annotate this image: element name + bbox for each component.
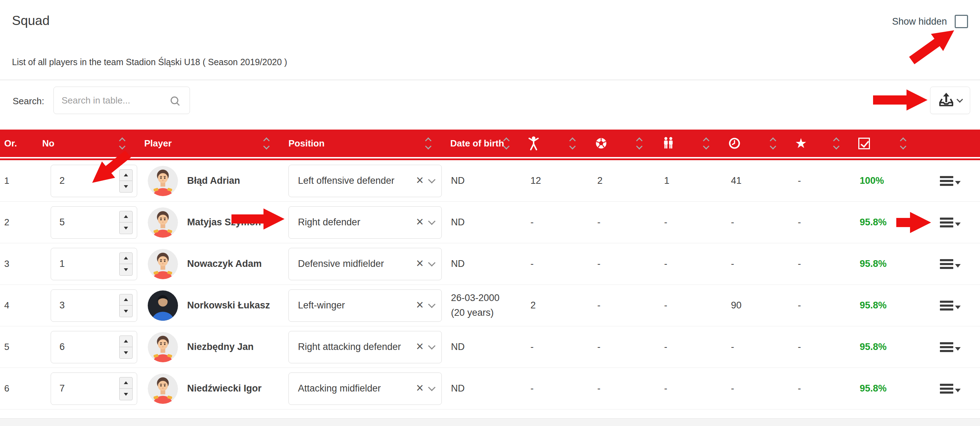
substitutions-value: - <box>658 341 725 353</box>
player-cartoon-avatar <box>148 207 178 238</box>
row-actions-menu-button[interactable] <box>940 342 961 352</box>
goals-value: - <box>591 300 658 311</box>
column-header-number[interactable]: No <box>39 129 141 157</box>
chevron-down-icon[interactable] <box>428 217 436 225</box>
clear-icon[interactable]: × <box>416 298 423 311</box>
chevron-down-icon[interactable] <box>428 383 436 391</box>
row-actions-menu-button[interactable] <box>940 218 961 227</box>
position-select[interactable]: Left offensive defender × <box>288 165 442 197</box>
number-stepper[interactable] <box>119 211 133 234</box>
stepper-up-button[interactable] <box>119 336 132 347</box>
table-row: 4 3 Norkowski Łukasz Left-winger × 26-03… <box>0 285 980 326</box>
triangle-down-icon <box>124 393 128 396</box>
goals-value: - <box>591 383 658 394</box>
stepper-down-button[interactable] <box>119 222 132 234</box>
column-header-substitutions[interactable] <box>658 129 725 157</box>
column-header-attendance[interactable] <box>855 129 922 157</box>
player-name: Niedźwiecki Igor <box>187 383 262 394</box>
row-actions-menu-button[interactable] <box>940 176 961 186</box>
chevron-down-icon[interactable] <box>428 300 436 308</box>
clear-icon[interactable]: × <box>416 257 423 270</box>
shirt-number-input[interactable]: 3 <box>51 289 137 322</box>
shirt-number-input[interactable]: 5 <box>51 206 137 239</box>
export-button[interactable] <box>930 86 970 114</box>
hamburger-menu-icon <box>940 218 953 227</box>
stepper-down-button[interactable] <box>119 347 132 358</box>
number-stepper[interactable] <box>119 335 133 359</box>
player-cartoon-avatar <box>148 373 178 404</box>
row-actions-menu-button[interactable] <box>940 301 961 311</box>
clear-icon[interactable]: × <box>416 174 423 187</box>
position-select-value: Left-winger <box>298 300 410 311</box>
row-actions-menu-button[interactable] <box>940 259 961 269</box>
clear-icon[interactable]: × <box>416 381 423 394</box>
position-select-value: Right attacking defender <box>298 341 410 353</box>
stepper-down-button[interactable] <box>119 180 132 192</box>
clear-icon[interactable]: × <box>416 340 423 353</box>
stepper-down-button[interactable] <box>119 264 132 275</box>
table-row: 1 2 Błąd Adrian Left offensive defender … <box>0 160 980 202</box>
position-select[interactable]: Left-winger × <box>288 289 442 322</box>
show-hidden-control: Show hidden <box>892 15 968 28</box>
column-header-appearances[interactable] <box>524 129 591 157</box>
position-select[interactable]: Right defender × <box>288 206 442 239</box>
squad-page: Squad List of all players in the team St… <box>0 0 980 426</box>
rating-value: - <box>791 383 855 394</box>
substitutions-value: - <box>658 258 725 269</box>
attendance-percent-value: 95.8% <box>855 383 922 394</box>
number-stepper[interactable] <box>119 294 133 317</box>
column-header-actions <box>922 129 980 157</box>
player-photo-avatar <box>148 290 178 321</box>
player-name: Błąd Adrian <box>187 176 240 186</box>
player-name: Nowaczyk Adam <box>187 258 262 269</box>
stepper-up-button[interactable] <box>119 253 132 264</box>
minutes-value: - <box>725 217 791 228</box>
table-header: Or. No Player Position Date of birth <box>0 129 980 157</box>
hamburger-menu-icon <box>940 176 953 186</box>
appearances-value: - <box>524 383 591 394</box>
row-actions-menu-button[interactable] <box>940 384 961 394</box>
shirt-number-input[interactable]: 7 <box>51 372 137 405</box>
table-body: 1 2 Błąd Adrian Left offensive defender … <box>0 160 980 410</box>
sort-icon <box>426 138 431 148</box>
table-row: 5 6 Niezbędny Jan Right attacking defend… <box>0 326 980 368</box>
shirt-number-input[interactable]: 1 <box>51 248 137 280</box>
triangle-down-icon <box>124 185 128 188</box>
stepper-down-button[interactable] <box>119 305 132 317</box>
player-cartoon-avatar <box>148 249 178 279</box>
column-header-rating[interactable]: ★ <box>791 129 855 157</box>
number-stepper[interactable] <box>119 252 133 276</box>
position-select[interactable]: Right attacking defender × <box>288 331 442 363</box>
column-header-position[interactable]: Position <box>285 129 447 157</box>
column-header-player[interactable]: Player <box>141 129 285 157</box>
search-input[interactable] <box>62 95 170 106</box>
shirt-number-value: 3 <box>59 300 65 311</box>
stepper-up-button[interactable] <box>119 211 132 222</box>
column-header-minutes[interactable] <box>725 129 791 157</box>
sort-icon <box>901 138 905 148</box>
number-stepper[interactable] <box>119 377 133 400</box>
stepper-up-button[interactable] <box>119 170 132 181</box>
caret-down-icon <box>955 347 961 351</box>
chevron-down-icon[interactable] <box>428 259 436 266</box>
goals-soccer-ball-icon <box>595 137 608 150</box>
shirt-number-input[interactable]: 2 <box>51 165 137 197</box>
triangle-up-icon <box>124 381 128 384</box>
caret-down-icon <box>955 264 961 268</box>
column-header-date-of-birth[interactable]: Date of birth <box>447 129 524 157</box>
column-header-goals[interactable] <box>591 129 658 157</box>
clear-icon[interactable]: × <box>416 215 423 228</box>
shirt-number-input[interactable]: 6 <box>51 331 137 363</box>
table-header-rule <box>0 157 980 160</box>
chevron-down-icon[interactable] <box>428 342 436 349</box>
show-hidden-checkbox[interactable] <box>955 15 968 28</box>
stepper-up-button[interactable] <box>119 377 132 389</box>
number-stepper[interactable] <box>119 169 133 193</box>
stepper-down-button[interactable] <box>119 388 132 400</box>
stepper-up-button[interactable] <box>119 294 132 306</box>
chevron-down-icon[interactable] <box>428 176 436 183</box>
caret-down-icon <box>955 389 961 392</box>
position-select[interactable]: Attacking midfielder × <box>288 372 442 405</box>
position-select[interactable]: Defensive midfielder × <box>288 248 442 280</box>
position-select-value: Right defender <box>298 217 410 228</box>
